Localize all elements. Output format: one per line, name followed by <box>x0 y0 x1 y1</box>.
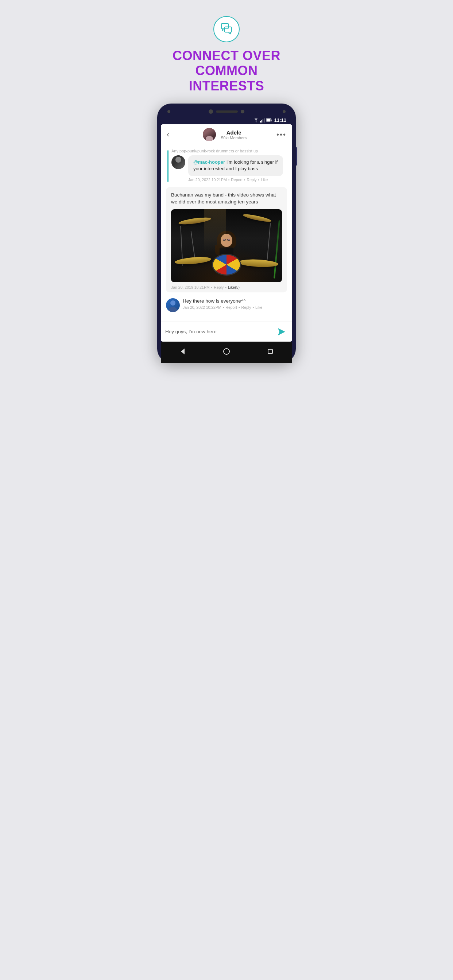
header-center: Adele 50k+Members <box>203 128 247 141</box>
svg-rect-8 <box>266 119 270 121</box>
nav-recent-icon <box>266 347 274 355</box>
msg2-content: Hey there how is everyone^^ Jan 20, 2022… <box>183 298 287 310</box>
header-right: ••• <box>276 130 286 139</box>
cymbal-left <box>178 216 211 225</box>
user-avatar-band <box>171 155 185 169</box>
post-card: Buchanan was my band - this video shows … <box>166 187 287 293</box>
header-left: ‹ <box>167 130 173 139</box>
svg-rect-5 <box>263 119 263 123</box>
thread-line <box>167 150 169 181</box>
msg2-text: Hey there how is everyone^^ <box>183 298 287 304</box>
msg1-bubble: @mac-hooper I'm looking for a singer if … <box>188 155 283 176</box>
parent-context: Any pop-punk/punk-rock drummers or bassi… <box>171 149 287 153</box>
header-name-group: Adele 50k+Members <box>218 129 247 140</box>
chat-area: Any pop-punk/punk-rock drummers or bassi… <box>161 145 292 321</box>
front-sensor <box>167 110 170 113</box>
post-meta: Jan 20, 2019 10:21PM • Reply • Like(5) <box>171 285 282 290</box>
msg1-text: @mac-hooper I'm looking for a singer if … <box>193 159 278 172</box>
meta-dot2: • <box>244 178 246 182</box>
meta-dot1: • <box>228 178 230 182</box>
send-button[interactable] <box>275 326 288 338</box>
message-thread-1: Any pop-punk/punk-rock drummers or bassi… <box>166 149 287 181</box>
signal-icon <box>260 118 265 123</box>
green-plant-stem <box>274 220 280 278</box>
nav-back-icon <box>179 347 187 355</box>
app-header: ‹ Adele 50k+Members ••• <box>161 124 292 145</box>
meta-dot3: • <box>258 178 259 182</box>
glasses-right <box>227 239 230 240</box>
msg2-report[interactable]: Report <box>225 305 237 310</box>
chat-bubbles-icon <box>220 22 233 37</box>
cymbal-front-right <box>238 258 279 268</box>
android-nav-bar <box>161 342 292 363</box>
cymbal-right <box>242 213 272 223</box>
status-bar: 11:11 <box>161 117 292 124</box>
mention-tag[interactable]: @mac-hooper <box>193 159 225 165</box>
phone-screen: ‹ Adele 50k+Members ••• <box>161 124 292 342</box>
nav-recent-button[interactable] <box>266 347 275 356</box>
msg2-reply[interactable]: Reply <box>241 305 251 310</box>
front-sensor2 <box>241 110 244 113</box>
msg2-timestamp: Jan 20, 2022 10:22PM <box>183 305 222 310</box>
msg1-reply[interactable]: Reply <box>247 178 257 182</box>
svg-rect-13 <box>268 349 273 354</box>
msg2-like[interactable]: Like <box>255 305 262 310</box>
msg1-like[interactable]: Like <box>261 178 268 182</box>
msg1-report[interactable]: Report <box>231 178 242 182</box>
thread-with-avatar: @mac-hooper I'm looking for a singer if … <box>171 155 287 181</box>
front-camera <box>209 110 213 114</box>
post-like-link[interactable]: Like(5) <box>228 285 239 290</box>
svg-rect-4 <box>261 120 262 123</box>
message-thread-2: Hey there how is everyone^^ Jan 20, 2022… <box>166 298 287 312</box>
side-volume-button <box>296 147 297 165</box>
send-icon <box>276 327 287 337</box>
svg-marker-9 <box>278 328 285 336</box>
phone-top-bar <box>161 108 292 117</box>
adele-avatar-img <box>203 128 216 141</box>
glasses-left <box>223 239 226 240</box>
front-sensor3 <box>283 110 286 113</box>
status-icons <box>254 118 273 123</box>
wifi-icon <box>254 118 258 123</box>
bass-drum <box>212 254 241 275</box>
channel-avatar <box>203 128 216 141</box>
user-avatar-purple <box>166 298 180 312</box>
msg2-meta: Jan 20, 2022 10:22PM • Report • Reply • … <box>183 305 287 310</box>
back-button[interactable]: ‹ <box>167 130 169 139</box>
drummer-hair <box>217 231 236 249</box>
post-timestamp: Jan 20, 2019 10:21PM <box>171 285 210 290</box>
drummer-scene <box>171 209 282 282</box>
app-logo <box>214 16 239 42</box>
page-wrapper: CONNECT OVER COMMON INTERESTS <box>151 7 302 374</box>
nav-home-button[interactable] <box>222 347 231 356</box>
mic-stand-right <box>267 223 271 259</box>
channel-members: 50k+Members <box>221 135 247 140</box>
battery-icon <box>266 118 273 123</box>
msg1-meta: Jan 20, 2022 10:21PM • Report • Reply • … <box>188 178 283 182</box>
channel-name: Adele <box>226 129 241 135</box>
chat-input[interactable] <box>165 329 272 334</box>
headline: CONNECT OVER COMMON INTERESTS <box>158 48 295 93</box>
cymbal-front-left <box>174 256 211 266</box>
svg-point-2 <box>256 122 257 123</box>
status-time: 11:11 <box>274 118 286 123</box>
input-bar <box>161 321 292 342</box>
phone-frame: 11:11 ‹ Adele 50k+Members <box>157 103 296 363</box>
svg-marker-11 <box>181 348 185 355</box>
more-options-button[interactable]: ••• <box>276 130 286 139</box>
nav-home-icon <box>222 347 231 355</box>
speaker-bar <box>216 110 238 113</box>
msg1-timestamp: Jan 20, 2022 10:21PM <box>188 178 227 182</box>
drummer-head <box>221 234 232 247</box>
nav-back-button[interactable] <box>178 347 187 356</box>
msg1-content: @mac-hooper I'm looking for a singer if … <box>188 155 283 181</box>
thread-content: Any pop-punk/punk-rock drummers or bassi… <box>171 149 287 181</box>
post-reply-link[interactable]: Reply <box>214 285 223 290</box>
post-image[interactable] <box>171 209 282 282</box>
svg-rect-6 <box>264 118 265 123</box>
post-text: Buchanan was my band - this video shows … <box>171 191 282 205</box>
svg-rect-3 <box>260 121 261 123</box>
svg-point-12 <box>223 348 230 355</box>
